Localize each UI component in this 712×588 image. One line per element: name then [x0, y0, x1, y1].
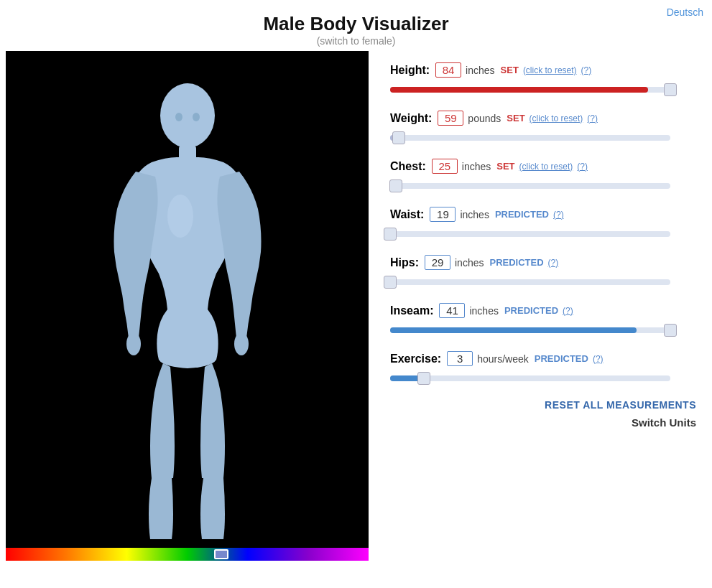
- bottom-actions: RESET ALL MEASUREMENTS Switch Units: [390, 399, 699, 429]
- height-value[interactable]: 84: [435, 62, 461, 78]
- weight-slider-container[interactable]: [390, 130, 699, 146]
- waist-label-row: Waist: 19 inches PREDICTED (?): [390, 207, 699, 222]
- chest-slider-container[interactable]: [390, 178, 699, 194]
- hips-value[interactable]: 29: [425, 255, 450, 270]
- hips-slider-container[interactable]: [390, 274, 699, 290]
- exercise-value[interactable]: 3: [447, 351, 473, 366]
- switch-gender-link[interactable]: (switch to female): [317, 35, 396, 47]
- exercise-slider-thumb[interactable]: [417, 372, 430, 385]
- waist-row: Waist: 19 inches PREDICTED (?): [390, 207, 699, 242]
- waist-slider-track[interactable]: [390, 231, 670, 237]
- exercise-help[interactable]: (?): [593, 354, 604, 364]
- inseam-slider-container[interactable]: [390, 322, 699, 338]
- svg-point-6: [167, 195, 193, 238]
- height-slider-fill: [390, 87, 648, 93]
- exercise-slider-track[interactable]: [390, 375, 670, 381]
- weight-slider-track[interactable]: [390, 135, 670, 141]
- hips-status: PREDICTED: [489, 257, 543, 268]
- exercise-row: Exercise: 3 hours/week PREDICTED (?): [390, 351, 699, 386]
- hips-help[interactable]: (?): [548, 258, 559, 268]
- chest-unit: inches: [462, 161, 491, 172]
- color-bar-thumb[interactable]: [214, 549, 228, 559]
- waist-unit: inches: [460, 209, 489, 220]
- height-slider-track[interactable]: [390, 87, 670, 93]
- height-row: Height: 84 inches SET (click to reset) (…: [390, 62, 699, 98]
- hips-slider-thumb[interactable]: [384, 276, 397, 289]
- height-slider-thumb[interactable]: [664, 83, 677, 96]
- svg-point-0: [160, 83, 215, 148]
- weight-reset[interactable]: (click to reset): [530, 113, 583, 123]
- height-slider-container[interactable]: [390, 82, 699, 98]
- controls-panel: Height: 84 inches SET (click to reset) (…: [369, 51, 712, 429]
- waist-help[interactable]: (?): [553, 210, 564, 220]
- body-figure: [6, 51, 369, 554]
- inseam-slider-fill: [390, 327, 637, 333]
- hips-label-row: Hips: 29 inches PREDICTED (?): [390, 255, 699, 270]
- main-layout: Height: 84 inches SET (click to reset) (…: [0, 51, 712, 561]
- chest-status: SET: [496, 161, 514, 172]
- inseam-label-row: Inseam: 41 inches PREDICTED (?): [390, 303, 699, 318]
- inseam-unit: inches: [469, 305, 498, 317]
- switch-units-button[interactable]: Switch Units: [632, 416, 696, 429]
- body-svg: [87, 65, 288, 539]
- chest-reset[interactable]: (click to reset): [519, 162, 573, 172]
- weight-value[interactable]: 59: [438, 111, 463, 126]
- hips-row: Hips: 29 inches PREDICTED (?): [390, 255, 699, 290]
- inseam-slider-thumb[interactable]: [664, 324, 677, 337]
- svg-point-2: [126, 332, 141, 355]
- switch-gender[interactable]: (switch to female): [0, 35, 712, 47]
- waist-slider-container[interactable]: [390, 226, 699, 242]
- weight-unit: pounds: [468, 113, 501, 124]
- svg-point-5: [193, 113, 200, 121]
- exercise-label: Exercise:: [390, 353, 441, 365]
- svg-point-3: [234, 332, 249, 355]
- weight-label: Weight:: [390, 112, 432, 125]
- chest-slider-thumb[interactable]: [389, 179, 402, 192]
- waist-slider-thumb[interactable]: [384, 228, 397, 241]
- weight-slider-thumb[interactable]: [392, 131, 405, 144]
- visualizer-panel: [6, 51, 369, 561]
- hips-unit: inches: [455, 257, 484, 269]
- weight-row: Weight: 59 pounds SET (click to reset) (…: [390, 111, 699, 146]
- inseam-status: PREDICTED: [504, 305, 558, 316]
- inseam-value[interactable]: 41: [439, 303, 465, 318]
- height-label-row: Height: 84 inches SET (click to reset) (…: [390, 62, 699, 78]
- reset-all-button[interactable]: RESET ALL MEASUREMENTS: [545, 399, 696, 411]
- page-title: Male Body Visualizer: [0, 13, 712, 35]
- color-bar: [6, 548, 369, 561]
- chest-row: Chest: 25 inches SET (click to reset) (?…: [390, 159, 699, 194]
- hips-slider-track[interactable]: [390, 279, 670, 285]
- svg-point-4: [175, 113, 182, 121]
- waist-label: Waist:: [390, 208, 424, 221]
- inseam-label: Inseam:: [390, 304, 433, 317]
- inseam-row: Inseam: 41 inches PREDICTED (?): [390, 303, 699, 338]
- exercise-status: PREDICTED: [535, 353, 588, 364]
- chest-value[interactable]: 25: [432, 159, 458, 174]
- chest-slider-track[interactable]: [390, 183, 670, 189]
- chest-label: Chest:: [390, 160, 426, 173]
- page-header: Male Body Visualizer (switch to female): [0, 0, 712, 51]
- chest-label-row: Chest: 25 inches SET (click to reset) (?…: [390, 159, 699, 174]
- hips-label: Hips:: [390, 256, 419, 269]
- language-link[interactable]: Deutsch: [667, 6, 703, 19]
- weight-help[interactable]: (?): [587, 113, 598, 123]
- waist-value[interactable]: 19: [430, 207, 456, 222]
- chest-help[interactable]: (?): [577, 162, 588, 172]
- exercise-label-row: Exercise: 3 hours/week PREDICTED (?): [390, 351, 699, 366]
- waist-status: PREDICTED: [495, 209, 549, 220]
- height-reset[interactable]: (click to reset): [523, 65, 577, 75]
- height-label: Height:: [390, 64, 430, 77]
- exercise-unit: hours/week: [477, 353, 529, 365]
- weight-label-row: Weight: 59 pounds SET (click to reset) (…: [390, 111, 699, 126]
- height-help[interactable]: (?): [581, 65, 592, 75]
- inseam-slider-track[interactable]: [390, 327, 670, 333]
- inseam-help[interactable]: (?): [563, 306, 573, 316]
- exercise-slider-container[interactable]: [390, 370, 699, 386]
- height-status: SET: [501, 65, 519, 75]
- deutsch-link[interactable]: Deutsch: [667, 6, 703, 18]
- height-unit: inches: [466, 65, 494, 76]
- weight-status: SET: [507, 113, 524, 123]
